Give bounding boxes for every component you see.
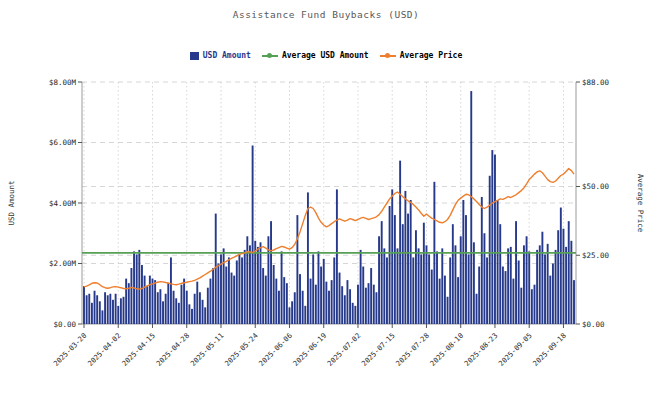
chart-canvas: $8.00M$6.00M$4.00M$2.00M$0.00$88.00$50.0…: [0, 0, 652, 403]
svg-text:2025-03-20: 2025-03-20: [51, 331, 88, 368]
svg-text:$2.00M: $2.00M: [49, 259, 77, 268]
svg-text:$25.00: $25.00: [582, 251, 610, 260]
svg-text:2025-06-19: 2025-06-19: [291, 331, 328, 368]
y-axis-right: $88.00$50.00$25.00$0.00: [576, 78, 610, 329]
svg-text:$0.00: $0.00: [582, 320, 605, 329]
left-axis-title: USD Amount: [7, 180, 16, 225]
svg-text:2025-05-11: 2025-05-11: [188, 331, 225, 368]
svg-text:$4.00M: $4.00M: [49, 199, 77, 208]
svg-text:$88.00: $88.00: [582, 78, 610, 87]
svg-text:$8.00M: $8.00M: [49, 78, 77, 87]
y-axis-left: $8.00M$6.00M$4.00M$2.00M$0.00: [49, 78, 82, 329]
usd-amount-bars: [83, 91, 575, 324]
svg-text:2025-07-15: 2025-07-15: [360, 331, 397, 368]
svg-text:2025-07-02: 2025-07-02: [325, 331, 362, 368]
svg-text:$6.00M: $6.00M: [49, 138, 77, 147]
svg-text:2025-09-05: 2025-09-05: [497, 331, 534, 368]
svg-text:2025-06-06: 2025-06-06: [257, 331, 294, 368]
svg-text:2025-08-23: 2025-08-23: [462, 331, 499, 368]
svg-text:2025-05-24: 2025-05-24: [223, 331, 260, 368]
svg-text:2025-07-28: 2025-07-28: [394, 331, 431, 368]
svg-text:2025-09-18: 2025-09-18: [531, 331, 568, 368]
svg-text:2025-04-02: 2025-04-02: [86, 331, 123, 368]
svg-text:$0.00: $0.00: [53, 320, 76, 329]
gridlines: [82, 82, 576, 324]
svg-text:2025-04-15: 2025-04-15: [120, 331, 157, 368]
svg-text:2025-08-10: 2025-08-10: [428, 331, 465, 368]
x-axis: 2025-03-202025-04-022025-04-152025-04-28…: [51, 324, 567, 368]
right-axis-title: Average Price: [636, 174, 645, 233]
svg-text:$50.00: $50.00: [582, 182, 610, 191]
svg-text:2025-04-28: 2025-04-28: [154, 331, 191, 368]
